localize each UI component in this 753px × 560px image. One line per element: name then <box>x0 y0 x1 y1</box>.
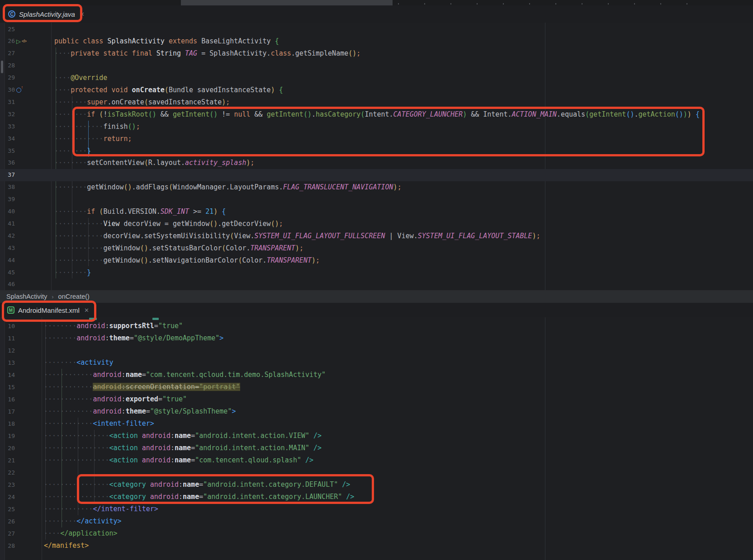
code-line[interactable]: 26▷</>public class SplashActivity extend… <box>0 35 753 47</box>
close-icon[interactable]: ✕ <box>80 11 85 18</box>
code-line[interactable]: 13········<activity <box>0 357 753 369</box>
whitespace-dots: ········ <box>54 110 87 118</box>
code-line[interactable]: 25············</intent-filter> <box>0 503 753 515</box>
close-icon[interactable]: ✕ <box>84 307 89 314</box>
code-line[interactable]: 31········super.onCreate(savedInstanceSt… <box>0 96 753 108</box>
code-line[interactable]: 44············getWindow().setNavigationB… <box>0 254 753 267</box>
java-class-icon: C <box>8 10 15 18</box>
java-editor-pane[interactable]: 2526▷</>public class SplashActivity exte… <box>0 23 753 290</box>
code-line[interactable]: 43············getWindow().setStatusBarCo… <box>0 242 753 254</box>
whitespace-dots: ········ <box>54 207 87 216</box>
line-number: 39 <box>0 193 15 206</box>
line-number: 38 <box>0 181 15 193</box>
line-number: 44 <box>0 254 15 267</box>
code-line[interactable]: 15············android:screenOrientation=… <box>0 381 753 393</box>
code-line[interactable]: 24················<category android:name… <box>0 491 753 503</box>
code-text: ············getWindow().setStatusBarColo… <box>54 242 303 254</box>
run-icon[interactable]: ▷ <box>16 38 21 44</box>
code-line[interactable]: 29····@Override <box>0 72 753 84</box>
code-line[interactable]: 25 <box>0 24 753 36</box>
code-line[interactable]: 27····</application> <box>0 527 753 540</box>
code-line[interactable]: 37 <box>0 169 753 181</box>
code-line[interactable]: 38········getWindow().addFlags(WindowMan… <box>0 181 753 193</box>
code-line[interactable]: 46 <box>0 278 753 290</box>
code-text: ········} <box>54 145 91 157</box>
code-line[interactable]: 26········</activity> <box>0 515 753 527</box>
breadcrumb-class[interactable]: SplashActivity <box>6 293 47 300</box>
code-line[interactable]: 11········android:theme="@style/DemoAppT… <box>0 332 753 344</box>
line-number: 25 <box>0 24 15 36</box>
line-number: 26 <box>0 35 15 47</box>
line-number: 27 <box>0 527 15 540</box>
code-text: ········<activity <box>44 357 114 369</box>
line-number: 37 <box>0 169 15 181</box>
line-number: 34 <box>0 133 15 145</box>
code-text: ········} <box>54 267 91 279</box>
code-line[interactable]: 21················<action android:name="… <box>0 454 753 466</box>
breadcrumb-method[interactable]: onCreate() <box>58 293 90 300</box>
code-line[interactable]: 20················<action android:name="… <box>0 442 753 454</box>
whitespace-dots: ········ <box>44 334 76 342</box>
code-text: ············android:theme="@style/Splash… <box>44 405 236 418</box>
whitespace-dots: ···· <box>44 529 60 537</box>
line-number: 46 <box>0 278 15 290</box>
code-line[interactable]: 27····private static final String TAG = … <box>0 47 753 60</box>
code-text: ················<category android:name="… <box>44 479 350 491</box>
code-line[interactable]: 35········} <box>0 145 753 157</box>
tab-androidmanifest-xml[interactable]: M AndroidManifest.xml ✕ <box>7 303 89 317</box>
line-number: 14 <box>0 369 15 381</box>
code-line[interactable]: 14············android:name="com.tencent.… <box>0 369 753 381</box>
code-line[interactable]: 17············android:theme="@style/Spla… <box>0 405 753 418</box>
code-text: ················<category android:name="… <box>44 491 354 503</box>
code-line[interactable]: 10········android:supportsRtl="true" <box>0 320 753 332</box>
code-text: ········getWindow().addFlags(WindowManag… <box>54 181 402 193</box>
line-number: 29 <box>0 72 15 84</box>
code-text: ····@Override <box>54 72 107 84</box>
line-number: 28 <box>0 60 15 72</box>
code-line[interactable]: 19················<action android:name="… <box>0 430 753 442</box>
code-line[interactable]: 34············return; <box>0 133 753 145</box>
whitespace-dots: ···· <box>54 74 71 82</box>
xml-editor-pane[interactable]: 10········android:supportsRtl="true"11··… <box>0 317 753 560</box>
code-line[interactable]: 28 <box>0 60 753 72</box>
code-line[interactable]: 36········setContentView(R.layout.activi… <box>0 157 753 169</box>
whitespace-dots: ············ <box>54 244 103 252</box>
whitespace-dots: ········ <box>54 183 87 191</box>
whitespace-dots: ········ <box>44 517 76 525</box>
code-line[interactable]: 28</manifest> <box>0 540 753 552</box>
code-line[interactable]: 33············finish(); <box>0 121 753 133</box>
code-line[interactable]: 22 <box>0 466 753 479</box>
code-text: ················<action android:name="an… <box>44 430 322 442</box>
whitespace-dots: ············ <box>54 220 103 228</box>
code-line[interactable]: 42············decorView.setSystemUiVisib… <box>0 230 753 242</box>
code-tag-icon[interactable]: </> <box>22 39 26 43</box>
tab-splashactivity-java[interactable]: C SplashActivity.java ✕ <box>8 5 85 23</box>
code-text: ············getWindow().setNavigationBar… <box>54 254 320 267</box>
code-line[interactable]: 23················<category android:name… <box>0 479 753 491</box>
code-line[interactable]: 18············<intent-filter> <box>0 418 753 430</box>
code-line[interactable]: 45········} <box>0 267 753 279</box>
line-number: 45 <box>0 267 15 279</box>
whitespace-dots: ···· <box>54 86 71 94</box>
whitespace-dots: ········ <box>44 322 76 330</box>
code-line[interactable]: 16············android:exported="true" <box>0 393 753 405</box>
code-line[interactable]: 30····protected void onCreate(Bundle sav… <box>0 84 753 96</box>
whitespace-dots: ···· <box>54 49 71 57</box>
code-line[interactable]: 32········if (!isTaskRoot() && getIntent… <box>0 108 753 121</box>
code-line[interactable]: 12 <box>0 344 753 357</box>
code-line[interactable]: 41············View decorView = getWindow… <box>0 218 753 230</box>
top-clipped-glyphs <box>398 3 706 5</box>
line-number: 40 <box>0 206 15 218</box>
code-text: ············finish(); <box>54 121 140 133</box>
whitespace-dots: ········ <box>54 98 87 106</box>
whitespace-dots: ············ <box>44 395 93 403</box>
code-text: ········android:theme="@style/DemoAppThe… <box>44 332 223 344</box>
code-text: ········super.onCreate(savedInstanceStat… <box>54 96 230 108</box>
code-line[interactable]: 39 <box>0 193 753 206</box>
line-number: 11 <box>0 332 15 344</box>
editor-tab-bar-xml: M AndroidManifest.xml ✕ <box>0 303 753 318</box>
overrides-icon[interactable] <box>16 88 21 93</box>
chevron-right-icon: › <box>52 293 53 300</box>
code-line[interactable]: 40········if (Build.VERSION.SDK_INT >= 2… <box>0 206 753 218</box>
line-number: 31 <box>0 96 15 108</box>
